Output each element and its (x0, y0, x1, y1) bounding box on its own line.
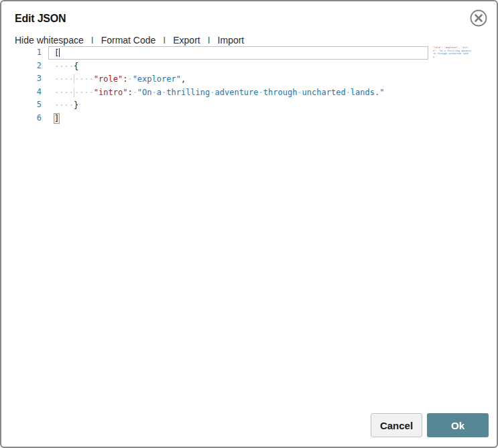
toolbar-separator: I (91, 35, 94, 46)
code-row: 1[ (15, 46, 428, 60)
mini-render-artifact: "role": "explorer", "intro": "On a thril… (433, 46, 472, 58)
code-token: a (157, 88, 162, 97)
mini-preview-key: "role": "explorer", (433, 46, 460, 49)
toolbar-separator: I (163, 35, 166, 46)
code-line[interactable]: ····{ (48, 60, 428, 73)
editor-toolbar: Hide whitespaceIFormat CodeIExportIImpor… (15, 35, 244, 46)
code-token: ···· (74, 88, 94, 97)
code-row: 4········"intro":·"On·a·thrilling·advent… (15, 86, 428, 99)
cancel-button[interactable]: Cancel (371, 413, 422, 437)
toolbar-item-export[interactable]: Export (173, 35, 200, 46)
code-token: ···· (54, 100, 74, 110)
code-token: · (133, 88, 137, 97)
code-token: { (74, 62, 78, 71)
line-number: 5 (15, 98, 42, 112)
code-row: 3········"role":·"explorer", (15, 72, 428, 86)
code-token: adventure (215, 88, 259, 97)
code-row: 5····} (15, 98, 428, 112)
code-token: · (346, 88, 351, 97)
toolbar-separator: I (208, 35, 210, 46)
code-line[interactable]: ····} (48, 98, 428, 112)
code-token: : (127, 88, 132, 97)
code-token: lands." (351, 88, 385, 97)
code-token: · (259, 88, 263, 97)
code-token: } (74, 100, 78, 110)
code-token: thrilling (166, 88, 210, 97)
code-token: [ (54, 48, 59, 58)
matching-bracket: ] (54, 114, 59, 123)
code-editor[interactable]: 1[2····{3········"role":·"explorer",4···… (15, 46, 428, 125)
code-token: · (127, 74, 132, 84)
code-token: ···· (54, 88, 74, 97)
code-token: ···· (74, 74, 94, 84)
text-cursor (59, 48, 60, 57)
dialog-title: Edit JSON (15, 13, 66, 25)
code-row: 6] (15, 112, 428, 125)
line-number: 1 (15, 46, 42, 60)
line-number: 2 (15, 60, 42, 73)
code-token: through (263, 88, 298, 97)
code-token: · (152, 88, 157, 97)
close-icon (469, 19, 488, 29)
code-token: "intro" (94, 88, 128, 97)
code-token: · (297, 88, 302, 97)
close-button[interactable] (469, 9, 488, 27)
line-number: 6 (15, 112, 42, 125)
edit-json-dialog: Edit JSON Hide whitespaceIFormat CodeIEx… (0, 0, 498, 448)
code-token: · (210, 88, 214, 97)
code-row: 2····{ (15, 60, 428, 73)
code-token: , (181, 74, 186, 84)
code-line[interactable]: ········"role":·"explorer", (48, 72, 428, 86)
code-token: uncharted (302, 88, 346, 97)
line-number: 3 (15, 72, 42, 86)
toolbar-item-format-code[interactable]: Format Code (101, 35, 156, 46)
code-token: "On (137, 88, 152, 97)
code-line[interactable]: ] (48, 112, 428, 125)
toolbar-item-hide-whitespace[interactable]: Hide whitespace (15, 35, 84, 46)
code-line[interactable]: ········"intro":·"On·a·thrilling·adventu… (48, 86, 428, 99)
code-token: "explorer" (133, 74, 181, 84)
line-number: 4 (15, 86, 42, 99)
toolbar-item-import[interactable]: Import (218, 35, 245, 46)
code-token: "role" (94, 74, 123, 84)
code-line[interactable]: [ (48, 46, 428, 60)
code-token: ···· (54, 62, 74, 71)
code-token: ···· (54, 74, 74, 84)
ok-button[interactable]: Ok (427, 413, 489, 437)
